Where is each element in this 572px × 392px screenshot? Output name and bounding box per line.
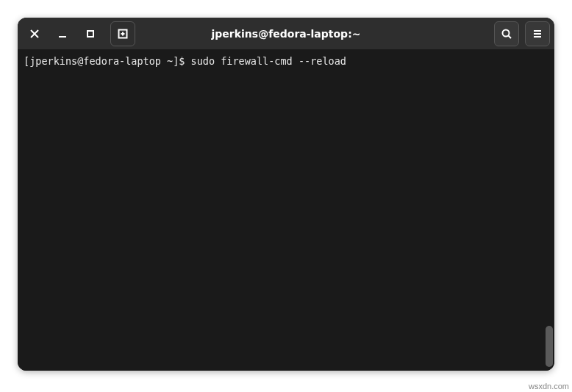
hamburger-icon [532,28,543,40]
terminal-window: jperkins@fedora-laptop:~ [jperkins@fedor… [18,18,554,371]
search-icon [501,28,512,40]
close-button[interactable] [22,21,47,46]
titlebar-controls-right [494,21,550,46]
watermark: wsxdn.com [529,382,569,391]
new-tab-icon [117,28,129,40]
window-title: jperkins@fedora-laptop:~ [212,28,361,40]
svg-rect-0 [87,31,93,37]
terminal-line: [jperkins@fedora-laptop ~]$ sudo firewal… [24,54,548,68]
command-text: sudo firewall-cmd --reload [191,55,346,67]
scrollbar-track[interactable] [545,50,554,370]
titlebar: jperkins@fedora-laptop:~ [18,18,554,50]
new-tab-button[interactable] [110,21,135,46]
scrollbar-thumb[interactable] [546,326,553,367]
maximize-button[interactable] [78,21,103,46]
search-button[interactable] [494,21,519,46]
menu-button[interactable] [525,21,550,46]
titlebar-controls-left [22,21,135,46]
terminal-body[interactable]: [jperkins@fedora-laptop ~]$ sudo firewal… [18,50,554,371]
svg-point-2 [503,29,510,36]
close-icon [29,28,40,40]
maximize-icon [85,28,96,40]
minimize-icon [57,28,68,40]
prompt: [jperkins@fedora-laptop ~]$ [24,55,191,67]
minimize-button[interactable] [50,21,75,46]
